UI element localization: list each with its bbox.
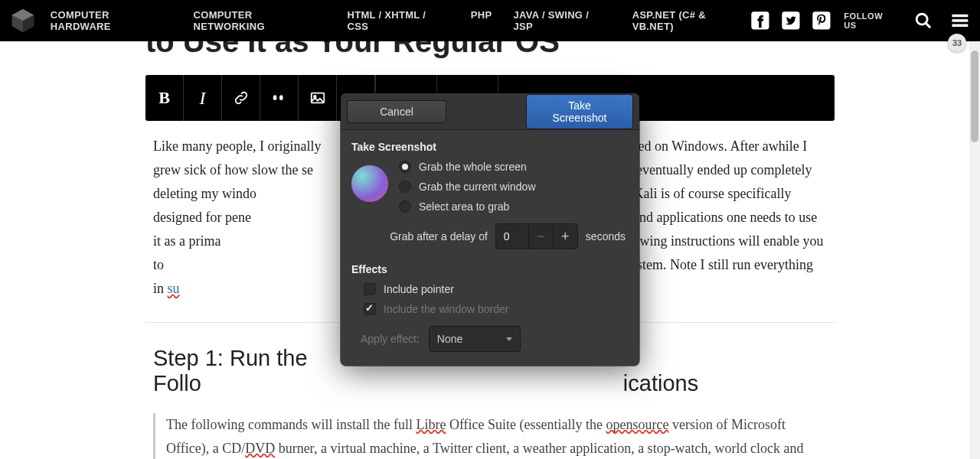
- follow-us-label: FOLLOW US: [844, 11, 897, 30]
- bold-button[interactable]: B: [145, 75, 184, 121]
- radio-icon: [399, 181, 411, 193]
- radio-select-area[interactable]: Select area to grab: [399, 200, 536, 213]
- scrollbar-thumb[interactable]: [971, 50, 978, 142]
- delay-label: Grab after a delay of: [390, 230, 488, 243]
- su-link[interactable]: su: [168, 281, 180, 296]
- top-navbar: COMPUTER HARDWARE COMPUTER NETWORKING HT…: [0, 0, 980, 41]
- delay-decrement-button[interactable]: −: [528, 223, 553, 249]
- search-icon[interactable]: [913, 10, 934, 31]
- screenshot-app-icon: [351, 165, 388, 202]
- nav-right: FOLLOW US: [750, 10, 971, 31]
- svg-rect-8: [952, 15, 969, 17]
- checkbox-icon: [364, 283, 376, 295]
- twitter-icon[interactable]: [780, 10, 802, 31]
- spell-dvd: DVD: [245, 441, 275, 456]
- notification-badge[interactable]: 33: [948, 34, 966, 52]
- delay-input[interactable]: [496, 230, 528, 243]
- radio-icon: [399, 161, 411, 173]
- scrollbar-track[interactable]: [969, 41, 980, 459]
- radio-label: Grab the whole screen: [419, 161, 527, 173]
- nav-item-java[interactable]: JAVA / SWING / JSP: [514, 9, 611, 32]
- spell-libre: Libre: [416, 417, 446, 432]
- chevron-down-icon: [506, 337, 512, 341]
- delay-row: Grab after a delay of − + seconds: [351, 223, 629, 249]
- image-button[interactable]: [299, 75, 337, 121]
- nav-item-hardware[interactable]: COMPUTER HARDWARE: [51, 9, 172, 32]
- take-screenshot-section-title: Take Screenshot: [351, 141, 629, 153]
- nav-item-aspnet[interactable]: ASP.NET (C# & VB.NET): [632, 9, 750, 32]
- screenshot-dialog: Cancel Take Screenshot Take Screenshot G…: [341, 93, 639, 366]
- checkbox-icon: [364, 303, 376, 315]
- effects-section-title: Effects: [351, 263, 629, 275]
- pinterest-icon[interactable]: [811, 10, 832, 31]
- apply-effect-label: Apply effect:: [361, 333, 420, 345]
- radio-icon: [399, 200, 411, 213]
- radio-label: Grab the current window: [419, 181, 536, 193]
- radio-label: Select area to grab: [419, 200, 509, 213]
- italic-button[interactable]: I: [184, 75, 222, 121]
- nav-item-html[interactable]: HTML / XHTML / CSS: [347, 9, 449, 32]
- checkbox-include-border[interactable]: Include the window border: [364, 303, 629, 315]
- spell-opensource: opensource: [606, 417, 669, 432]
- checkbox-label: Include the window border: [384, 303, 508, 315]
- nav-links: COMPUTER HARDWARE COMPUTER NETWORKING HT…: [51, 9, 750, 32]
- link-button[interactable]: [222, 75, 260, 121]
- delay-spinbox: − +: [495, 223, 578, 249]
- command-quote-block: The following commands will install the …: [153, 413, 827, 459]
- dialog-body: Take Screenshot Grab the whole screen Gr…: [341, 130, 639, 366]
- cancel-button[interactable]: Cancel: [347, 100, 446, 123]
- facebook-icon[interactable]: [750, 10, 771, 31]
- radio-whole-screen[interactable]: Grab the whole screen: [399, 161, 536, 173]
- delay-unit-label: seconds: [586, 230, 626, 243]
- nav-item-networking[interactable]: COMPUTER NETWORKING: [194, 9, 326, 32]
- svg-rect-5: [812, 11, 830, 29]
- quote-button[interactable]: [260, 75, 299, 121]
- take-screenshot-button[interactable]: Take Screenshot: [526, 94, 633, 129]
- svg-rect-10: [952, 24, 969, 27]
- checkbox-label: Include pointer: [384, 283, 454, 295]
- delay-increment-button[interactable]: +: [553, 223, 577, 249]
- apply-effect-row: Apply effect: None: [361, 326, 629, 352]
- dialog-header: Cancel Take Screenshot: [341, 93, 639, 130]
- svg-point-6: [917, 14, 928, 24]
- screenshot-mode-group: Grab the whole screen Grab the current w…: [351, 161, 629, 213]
- apply-effect-dropdown[interactable]: None: [429, 326, 521, 352]
- nav-item-php[interactable]: PHP: [471, 9, 492, 32]
- svg-line-7: [926, 23, 931, 28]
- checkbox-include-pointer[interactable]: Include pointer: [364, 283, 629, 295]
- hamburger-menu-icon[interactable]: [949, 10, 971, 31]
- site-logo[interactable]: [9, 7, 37, 34]
- radio-current-window[interactable]: Grab the current window: [399, 181, 536, 193]
- dropdown-value: None: [437, 333, 462, 345]
- svg-rect-9: [952, 19, 969, 21]
